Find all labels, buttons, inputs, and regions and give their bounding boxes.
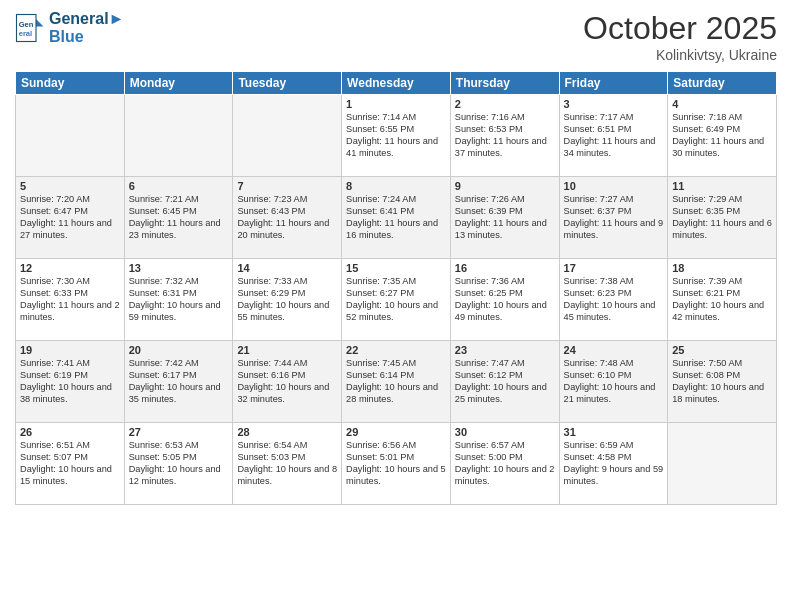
day-info: Sunrise: 7:29 AMSunset: 6:35 PMDaylight:… — [672, 194, 772, 242]
daylight-text: Daylight: 11 hours and 13 minutes. — [455, 218, 555, 242]
sunset-text: Sunset: 6:17 PM — [129, 370, 229, 382]
day-number: 21 — [237, 344, 337, 356]
sunset-text: Sunset: 5:01 PM — [346, 452, 446, 464]
day-info: Sunrise: 7:33 AMSunset: 6:29 PMDaylight:… — [237, 276, 337, 324]
sunset-text: Sunset: 6:43 PM — [237, 206, 337, 218]
daylight-text: Daylight: 10 hours and 18 minutes. — [672, 382, 772, 406]
day-info: Sunrise: 7:50 AMSunset: 6:08 PMDaylight:… — [672, 358, 772, 406]
day-number: 3 — [564, 98, 664, 110]
day-number: 8 — [346, 180, 446, 192]
table-row: 6Sunrise: 7:21 AMSunset: 6:45 PMDaylight… — [124, 177, 233, 259]
sunrise-text: Sunrise: 7:38 AM — [564, 276, 664, 288]
day-number: 1 — [346, 98, 446, 110]
sunrise-text: Sunrise: 7:21 AM — [129, 194, 229, 206]
day-info: Sunrise: 7:44 AMSunset: 6:16 PMDaylight:… — [237, 358, 337, 406]
day-number: 26 — [20, 426, 120, 438]
table-row: 24Sunrise: 7:48 AMSunset: 6:10 PMDayligh… — [559, 341, 668, 423]
sunset-text: Sunset: 6:35 PM — [672, 206, 772, 218]
sunset-text: Sunset: 6:19 PM — [20, 370, 120, 382]
day-number: 7 — [237, 180, 337, 192]
day-number: 19 — [20, 344, 120, 356]
sunset-text: Sunset: 6:45 PM — [129, 206, 229, 218]
day-number: 25 — [672, 344, 772, 356]
col-wednesday: Wednesday — [342, 72, 451, 95]
table-row: 4Sunrise: 7:18 AMSunset: 6:49 PMDaylight… — [668, 95, 777, 177]
col-saturday: Saturday — [668, 72, 777, 95]
table-row: 12Sunrise: 7:30 AMSunset: 6:33 PMDayligh… — [16, 259, 125, 341]
day-info: Sunrise: 6:59 AMSunset: 4:58 PMDaylight:… — [564, 440, 664, 488]
daylight-text: Daylight: 10 hours and 28 minutes. — [346, 382, 446, 406]
day-info: Sunrise: 7:18 AMSunset: 6:49 PMDaylight:… — [672, 112, 772, 160]
sunset-text: Sunset: 6:39 PM — [455, 206, 555, 218]
day-info: Sunrise: 7:39 AMSunset: 6:21 PMDaylight:… — [672, 276, 772, 324]
calendar-header-row: Sunday Monday Tuesday Wednesday Thursday… — [16, 72, 777, 95]
day-number: 9 — [455, 180, 555, 192]
sunset-text: Sunset: 6:31 PM — [129, 288, 229, 300]
daylight-text: Daylight: 11 hours and 41 minutes. — [346, 136, 446, 160]
day-info: Sunrise: 6:51 AMSunset: 5:07 PMDaylight:… — [20, 440, 120, 488]
day-info: Sunrise: 7:32 AMSunset: 6:31 PMDaylight:… — [129, 276, 229, 324]
table-row: 7Sunrise: 7:23 AMSunset: 6:43 PMDaylight… — [233, 177, 342, 259]
sunset-text: Sunset: 6:25 PM — [455, 288, 555, 300]
table-row: 28Sunrise: 6:54 AMSunset: 5:03 PMDayligh… — [233, 423, 342, 505]
daylight-text: Daylight: 11 hours and 2 minutes. — [20, 300, 120, 324]
table-row: 13Sunrise: 7:32 AMSunset: 6:31 PMDayligh… — [124, 259, 233, 341]
sunset-text: Sunset: 6:08 PM — [672, 370, 772, 382]
sunrise-text: Sunrise: 7:50 AM — [672, 358, 772, 370]
daylight-text: Daylight: 11 hours and 30 minutes. — [672, 136, 772, 160]
daylight-text: Daylight: 11 hours and 37 minutes. — [455, 136, 555, 160]
sunset-text: Sunset: 5:00 PM — [455, 452, 555, 464]
title-section: October 2025 Kolinkivtsy, Ukraine — [583, 10, 777, 63]
day-info: Sunrise: 7:48 AMSunset: 6:10 PMDaylight:… — [564, 358, 664, 406]
calendar-week-row: 5Sunrise: 7:20 AMSunset: 6:47 PMDaylight… — [16, 177, 777, 259]
daylight-text: Daylight: 10 hours and 5 minutes. — [346, 464, 446, 488]
svg-text:Gen: Gen — [19, 19, 34, 28]
daylight-text: Daylight: 11 hours and 27 minutes. — [20, 218, 120, 242]
daylight-text: Daylight: 10 hours and 49 minutes. — [455, 300, 555, 324]
logo: Gen eral General► Blue — [15, 10, 124, 45]
table-row: 10Sunrise: 7:27 AMSunset: 6:37 PMDayligh… — [559, 177, 668, 259]
day-info: Sunrise: 6:57 AMSunset: 5:00 PMDaylight:… — [455, 440, 555, 488]
daylight-text: Daylight: 11 hours and 20 minutes. — [237, 218, 337, 242]
day-info: Sunrise: 6:56 AMSunset: 5:01 PMDaylight:… — [346, 440, 446, 488]
daylight-text: Daylight: 10 hours and 45 minutes. — [564, 300, 664, 324]
day-number: 11 — [672, 180, 772, 192]
sunrise-text: Sunrise: 7:29 AM — [672, 194, 772, 206]
table-row: 17Sunrise: 7:38 AMSunset: 6:23 PMDayligh… — [559, 259, 668, 341]
daylight-text: Daylight: 10 hours and 35 minutes. — [129, 382, 229, 406]
sunrise-text: Sunrise: 7:42 AM — [129, 358, 229, 370]
day-number: 22 — [346, 344, 446, 356]
calendar-week-row: 26Sunrise: 6:51 AMSunset: 5:07 PMDayligh… — [16, 423, 777, 505]
sunset-text: Sunset: 6:33 PM — [20, 288, 120, 300]
table-row: 19Sunrise: 7:41 AMSunset: 6:19 PMDayligh… — [16, 341, 125, 423]
logo-text: General► Blue — [49, 10, 124, 45]
col-tuesday: Tuesday — [233, 72, 342, 95]
daylight-text: Daylight: 11 hours and 6 minutes. — [672, 218, 772, 242]
sunrise-text: Sunrise: 6:54 AM — [237, 440, 337, 452]
sunrise-text: Sunrise: 7:45 AM — [346, 358, 446, 370]
day-info: Sunrise: 7:30 AMSunset: 6:33 PMDaylight:… — [20, 276, 120, 324]
day-info: Sunrise: 7:24 AMSunset: 6:41 PMDaylight:… — [346, 194, 446, 242]
page-header: Gen eral General► Blue October 2025 Koli… — [15, 10, 777, 63]
sunrise-text: Sunrise: 7:41 AM — [20, 358, 120, 370]
table-row: 16Sunrise: 7:36 AMSunset: 6:25 PMDayligh… — [450, 259, 559, 341]
daylight-text: Daylight: 10 hours and 15 minutes. — [20, 464, 120, 488]
sunset-text: Sunset: 5:05 PM — [129, 452, 229, 464]
sunset-text: Sunset: 6:37 PM — [564, 206, 664, 218]
month-title: October 2025 — [583, 10, 777, 47]
sunset-text: Sunset: 6:23 PM — [564, 288, 664, 300]
daylight-text: Daylight: 10 hours and 2 minutes. — [455, 464, 555, 488]
day-info: Sunrise: 7:21 AMSunset: 6:45 PMDaylight:… — [129, 194, 229, 242]
day-number: 14 — [237, 262, 337, 274]
sunrise-text: Sunrise: 7:16 AM — [455, 112, 555, 124]
sunrise-text: Sunrise: 7:33 AM — [237, 276, 337, 288]
day-number: 15 — [346, 262, 446, 274]
daylight-text: Daylight: 11 hours and 34 minutes. — [564, 136, 664, 160]
table-row: 18Sunrise: 7:39 AMSunset: 6:21 PMDayligh… — [668, 259, 777, 341]
location: Kolinkivtsy, Ukraine — [583, 47, 777, 63]
svg-text:eral: eral — [19, 28, 32, 37]
daylight-text: Daylight: 10 hours and 21 minutes. — [564, 382, 664, 406]
sunset-text: Sunset: 6:55 PM — [346, 124, 446, 136]
day-info: Sunrise: 7:41 AMSunset: 6:19 PMDaylight:… — [20, 358, 120, 406]
day-number: 2 — [455, 98, 555, 110]
